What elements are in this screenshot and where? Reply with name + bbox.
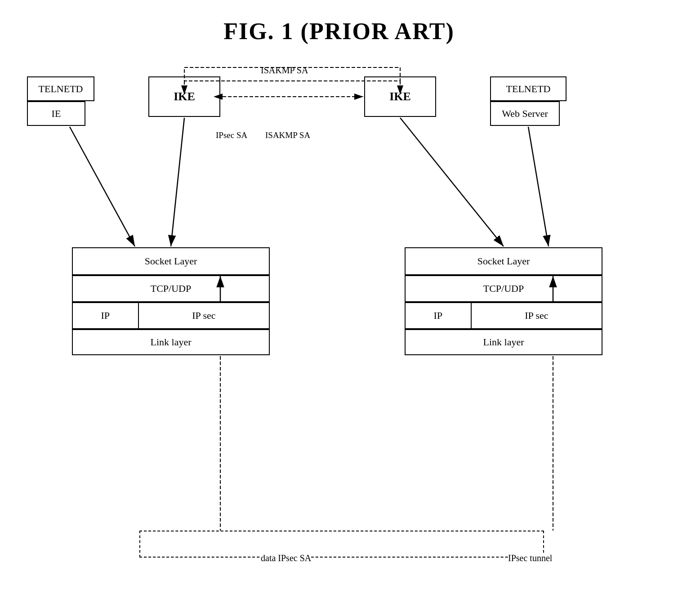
left-ip-label: IP <box>73 303 139 328</box>
right-socket-layer: Socket Layer <box>405 247 602 274</box>
svg-line-9 <box>171 118 184 246</box>
ipsec-tunnel-label: IPsec tunnel <box>508 553 552 563</box>
right-ip-label: IP <box>406 303 472 328</box>
right-tcp-udp: TCP/UDP <box>405 274 602 301</box>
isakmp-sa-top-label: ISAKMP SA <box>261 65 308 76</box>
left-socket-layer: Socket Layer <box>72 247 270 274</box>
left-network-stack: Socket Layer TCP/UDP IP IP sec Link laye… <box>72 247 270 355</box>
left-link-layer: Link layer <box>72 328 270 355</box>
svg-line-8 <box>70 127 135 246</box>
right-ike-label: IKE <box>389 90 411 103</box>
page-title: FIG. 1 (PRIOR ART) <box>0 0 678 58</box>
right-ike-box: IKE <box>364 76 436 117</box>
ipsec-tunnel-box <box>139 531 544 558</box>
right-ip-ipsec: IP IP sec <box>405 301 602 328</box>
right-ipsec-label: IP sec <box>472 303 602 328</box>
left-ipsec-label: IP sec <box>139 303 269 328</box>
left-ike-label: IKE <box>174 90 195 103</box>
isakmp-sa-mid-label: ISAKMP SA <box>265 130 310 140</box>
left-ip-ipsec: IP IP sec <box>72 301 270 328</box>
left-ike-box: IKE <box>148 76 220 117</box>
left-telnetd-box: TELNETD <box>27 76 94 101</box>
ipsec-sa-mid-label: IPsec SA <box>216 130 247 140</box>
svg-line-11 <box>400 118 504 246</box>
right-telnetd-label: TELNETD <box>506 83 551 95</box>
data-ipsec-sa-label: data IPsec SA <box>261 553 311 563</box>
right-webserver-label: Web Server <box>502 108 548 120</box>
right-network-stack: Socket Layer TCP/UDP IP IP sec Link laye… <box>405 247 602 355</box>
svg-line-10 <box>528 127 549 246</box>
right-link-layer: Link layer <box>405 328 602 355</box>
left-ie-box: IE <box>27 101 85 126</box>
left-ie-label: IE <box>52 108 61 120</box>
left-telnetd-label: TELNETD <box>39 83 83 95</box>
right-telnetd-box: TELNETD <box>490 76 566 101</box>
right-webserver-box: Web Server <box>490 101 560 126</box>
left-tcp-udp: TCP/UDP <box>72 274 270 301</box>
